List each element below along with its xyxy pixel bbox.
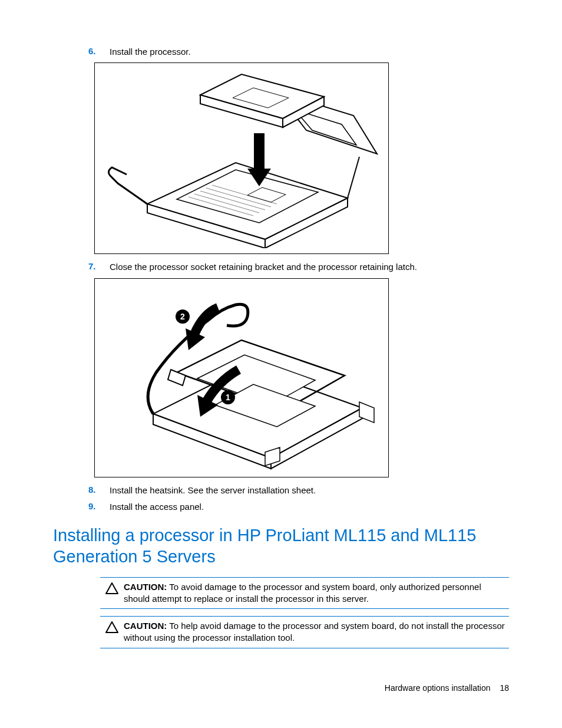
step-7: 7. Close the processor socket retaining …: [88, 261, 509, 273]
svg-marker-24: [168, 370, 186, 386]
section-heading: Installing a processor in HP ProLiant ML…: [53, 525, 509, 568]
caution-label: CAUTION:: [124, 621, 167, 631]
close-bracket-illustration: 1 2: [100, 284, 383, 472]
caution-icon: [100, 581, 124, 605]
svg-marker-32: [106, 622, 118, 633]
step-number: 8.: [88, 485, 110, 496]
step-6: 6. Install the processor.: [88, 46, 509, 58]
callout-2: 2: [180, 312, 185, 321]
caution-body: To avoid damage to the processor and sys…: [124, 582, 481, 604]
figure-install-processor: [94, 62, 389, 254]
step-number: 7.: [88, 261, 110, 273]
step-text: Install the access panel.: [110, 501, 204, 513]
step-8: 8. Install the heatsink. See the server …: [88, 485, 509, 496]
callout-1: 1: [226, 393, 230, 402]
step-number: 9.: [88, 501, 110, 513]
step-number: 6.: [88, 46, 110, 58]
caution-icon: [100, 620, 124, 644]
step-text: Install the heatsink. See the server ins…: [110, 485, 316, 496]
caution-text: CAUTION: To avoid damage to the processo…: [124, 581, 509, 605]
caution-block-2: CAUTION: To help avoid damage to the pro…: [100, 616, 509, 648]
figure-close-bracket: 1 2: [94, 278, 389, 477]
caution-body: To help avoid damage to the processor an…: [124, 621, 505, 643]
svg-marker-31: [106, 583, 118, 594]
step-9: 9. Install the access panel.: [88, 501, 509, 513]
step-text: Install the processor.: [110, 46, 191, 58]
svg-line-12: [348, 157, 359, 198]
caution-label: CAUTION:: [124, 582, 167, 592]
caution-text: CAUTION: To help avoid damage to the pro…: [124, 620, 509, 644]
step-text: Close the processor socket retaining bra…: [110, 261, 417, 273]
footer-page-number: 18: [500, 683, 509, 693]
processor-install-illustration: [100, 68, 383, 248]
footer-section: Hardware options installation: [385, 683, 491, 693]
caution-block-1: CAUTION: To avoid damage to the processo…: [100, 577, 509, 610]
page-footer: Hardware options installation 18: [385, 683, 509, 693]
